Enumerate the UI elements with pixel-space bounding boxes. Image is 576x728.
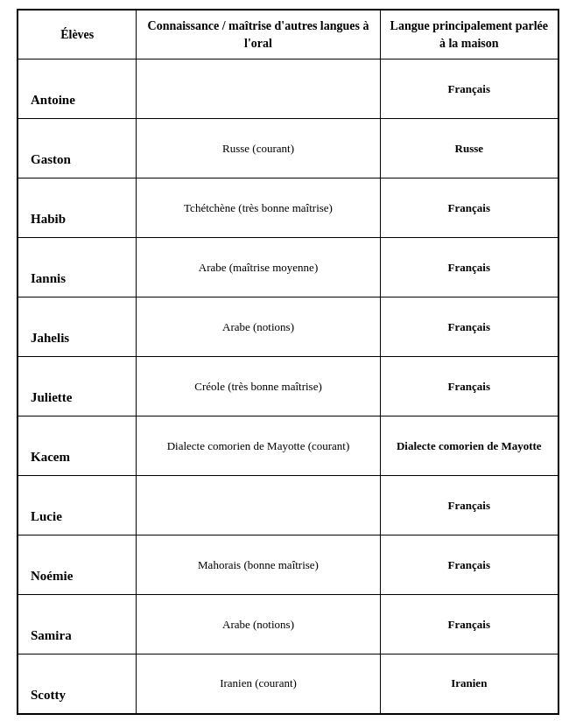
student-knowledge: Iranien (courant) (137, 654, 380, 714)
table-row: SamiraArabe (notions)Français (18, 595, 558, 654)
student-name-cell: Noémie (18, 536, 137, 595)
student-knowledge: Russe (courant) (137, 119, 380, 178)
student-name-cell: Samira (18, 595, 137, 654)
student-name: Habib (31, 212, 127, 227)
student-language: Français (380, 238, 558, 298)
student-name: Jahelis (31, 331, 127, 346)
student-knowledge (137, 476, 380, 536)
table-row: GastonRusse (courant)Russe (18, 119, 558, 178)
student-name-cell: Iannis (18, 238, 137, 298)
table-row: KacemDialecte comorien de Mayotte (coura… (18, 416, 558, 476)
student-language: Français (380, 357, 558, 416)
student-name-cell: Lucie (18, 476, 137, 536)
student-name: Gaston (31, 152, 127, 167)
student-language: Français (380, 536, 558, 595)
student-name: Noémie (31, 569, 127, 584)
student-name: Kacem (31, 450, 127, 465)
student-knowledge: Tchétchène (très bonne maîtrise) (137, 178, 380, 238)
student-language: Français (380, 178, 558, 238)
student-language: Français (380, 476, 558, 536)
student-language: Iranien (380, 654, 558, 714)
student-language: Français (380, 60, 558, 119)
student-name-cell: Scotty (18, 654, 137, 714)
header-knowledge: Connaissance / maîtrise d'autres langues… (137, 10, 380, 60)
student-knowledge (137, 60, 380, 119)
student-language: Dialecte comorien de Mayotte (380, 416, 558, 476)
student-language: Français (380, 298, 558, 357)
student-name: Juliette (31, 390, 127, 405)
table-row: JahelisArabe (notions)Français (18, 298, 558, 357)
student-knowledge: Arabe (notions) (137, 595, 380, 654)
table-row: HabibTchétchène (très bonne maîtrise)Fra… (18, 178, 558, 238)
main-table-container: Élèves Connaissance / maîtrise d'autres … (17, 9, 559, 715)
student-knowledge: Arabe (notions) (137, 298, 380, 357)
students-table: Élèves Connaissance / maîtrise d'autres … (17, 9, 559, 715)
student-name-cell: Gaston (18, 119, 137, 178)
student-knowledge: Mahorais (bonne maîtrise) (137, 536, 380, 595)
student-name-cell: Juliette (18, 357, 137, 416)
header-row: Élèves Connaissance / maîtrise d'autres … (18, 10, 558, 60)
student-knowledge: Dialecte comorien de Mayotte (courant) (137, 416, 380, 476)
student-name-cell: Habib (18, 178, 137, 238)
student-name-cell: Antoine (18, 60, 137, 119)
student-name: Scotty (31, 688, 127, 703)
header-students: Élèves (18, 10, 137, 60)
table-row: LucieFrançais (18, 476, 558, 536)
student-language: Russe (380, 119, 558, 178)
table-row: IannisArabe (maîtrise moyenne)Français (18, 238, 558, 298)
table-row: ScottyIranien (courant)Iranien (18, 654, 558, 714)
student-name: Samira (31, 628, 127, 643)
header-language: Langue principalement parlée à la maison (380, 10, 558, 60)
table-row: NoémieMahorais (bonne maîtrise)Français (18, 536, 558, 595)
student-language: Français (380, 595, 558, 654)
student-name: Iannis (31, 271, 127, 286)
student-name: Antoine (31, 93, 127, 108)
student-name-cell: Kacem (18, 416, 137, 476)
student-knowledge: Arabe (maîtrise moyenne) (137, 238, 380, 298)
student-knowledge: Créole (très bonne maîtrise) (137, 357, 380, 416)
student-name-cell: Jahelis (18, 298, 137, 357)
table-row: AntoineFrançais (18, 60, 558, 119)
student-name: Lucie (31, 509, 127, 524)
table-row: JulietteCréole (très bonne maîtrise)Fran… (18, 357, 558, 416)
